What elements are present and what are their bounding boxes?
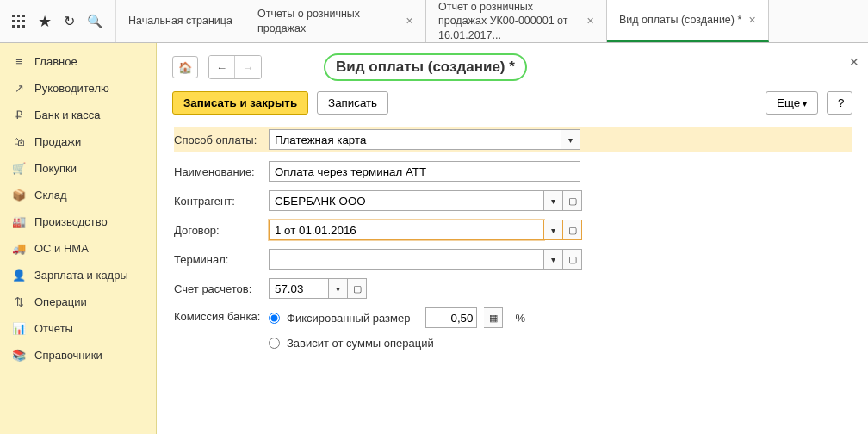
tab-label: Отчеты о розничных продажах (257, 7, 399, 35)
form: Способ оплаты: ▾ Наименование: Контраген… (172, 127, 852, 350)
label-payment-method: Способ оплаты: (174, 133, 269, 146)
open-icon[interactable]: ▢ (563, 220, 582, 240)
dropdown-icon[interactable]: ▾ (329, 278, 348, 299)
sidebar-item-main[interactable]: ≡Главное (0, 48, 156, 75)
svg-rect-0 (12, 15, 15, 17)
page-title: Вид оплаты (создание) * (324, 53, 527, 81)
commission-value-input[interactable] (425, 307, 477, 328)
calculator-icon[interactable]: ▦ (484, 307, 503, 328)
home-button[interactable]: 🏠 (172, 56, 198, 78)
svg-rect-8 (22, 25, 25, 28)
sidebar-item-production[interactable]: 🏭Производство (0, 208, 156, 235)
tab-payment-type[interactable]: Вид оплаты (создание) * ✕ (607, 0, 769, 42)
tab-report-detail[interactable]: Отчет о розничных продажах УК00-000001 о… (426, 0, 607, 42)
row-payment-method: Способ оплаты: ▾ (174, 127, 852, 152)
terminal-input[interactable] (269, 249, 544, 270)
radio-depends: Зависит от суммы операций (269, 337, 525, 350)
top-tab-bar: ★ ↻ 🔍 Начальная страница Отчеты о рознич… (0, 0, 868, 43)
open-icon[interactable]: ▢ (563, 190, 582, 211)
dropdown-icon[interactable]: ▾ (561, 129, 580, 150)
sidebar-item-assets[interactable]: 🚚ОС и НМА (0, 235, 156, 262)
label-commission: Комиссия банка: (174, 307, 269, 323)
dropdown-icon[interactable]: ▾ (544, 190, 563, 211)
sidebar-item-operations[interactable]: ⇅Операции (0, 288, 156, 315)
sidebar-item-references[interactable]: 📚Справочники (0, 342, 156, 369)
sidebar-item-label: ОС и НМА (34, 242, 89, 255)
save-and-close-button[interactable]: Записать и закрыть (172, 91, 308, 115)
sidebar-item-reports[interactable]: 📊Отчеты (0, 315, 156, 342)
sidebar-item-bank[interactable]: ₽Банк и касса (0, 102, 156, 128)
nav-toolbar: 🏠 ← → Вид оплаты (создание) * (172, 53, 852, 81)
sidebar-item-label: Отчеты (34, 322, 73, 335)
svg-rect-6 (12, 25, 15, 28)
chart-icon: ↗ (12, 82, 26, 95)
svg-rect-1 (17, 15, 20, 17)
nav-group: ← → (208, 55, 262, 79)
dropdown-icon[interactable]: ▾ (544, 220, 563, 240)
radio-depends-input[interactable] (269, 338, 280, 349)
row-terminal: Терминал: ▾ ▢ (174, 249, 852, 270)
svg-rect-4 (17, 20, 20, 22)
row-counterparty: Контрагент: ▾ ▢ (174, 190, 852, 211)
close-icon[interactable]: ✕ (586, 16, 594, 27)
sidebar-item-label: Банк и касса (34, 108, 101, 121)
account-input[interactable] (269, 278, 329, 299)
sidebar-item-purchases[interactable]: 🛒Покупки (0, 155, 156, 182)
factory-icon: 🏭 (12, 215, 26, 228)
back-button[interactable]: ← (209, 56, 235, 78)
help-button[interactable]: ? (827, 91, 852, 115)
tab-reports[interactable]: Отчеты о розничных продажах ✕ (245, 0, 426, 42)
open-icon[interactable]: ▢ (348, 278, 367, 299)
sidebar-item-warehouse[interactable]: 📦Склад (0, 182, 156, 208)
label-counterparty: Контрагент: (174, 195, 269, 208)
history-icon[interactable]: ↻ (64, 13, 75, 29)
radio-fixed-label: Фиксированный размер (287, 312, 410, 325)
open-icon[interactable]: ▢ (563, 249, 582, 270)
contract-input[interactable] (269, 220, 544, 240)
name-input[interactable] (269, 161, 580, 182)
forward-button[interactable]: → (235, 56, 261, 78)
content-area: ✕ 🏠 ← → Вид оплаты (создание) * Записать… (157, 43, 868, 434)
swap-icon: ⇅ (12, 295, 26, 308)
books-icon: 📚 (12, 349, 26, 362)
sidebar-item-label: Производство (34, 215, 108, 228)
label-terminal: Терминал: (174, 253, 269, 266)
bag-icon: 🛍 (12, 135, 26, 148)
star-icon[interactable]: ★ (38, 12, 52, 31)
sidebar-item-manager[interactable]: ↗Руководителю (0, 75, 156, 102)
row-name: Наименование: (174, 161, 852, 182)
radio-fixed-input[interactable] (269, 313, 280, 324)
counterparty-input[interactable] (269, 190, 544, 211)
svg-rect-7 (17, 25, 20, 28)
main-layout: ≡Главное ↗Руководителю ₽Банк и касса 🛍Пр… (0, 43, 868, 434)
close-icon[interactable]: ✕ (748, 15, 756, 26)
save-button[interactable]: Записать (317, 91, 388, 115)
sidebar-item-salary[interactable]: 👤Зарплата и кадры (0, 262, 156, 288)
sidebar-item-label: Операции (34, 295, 87, 308)
action-toolbar: Записать и закрыть Записать Еще ? (172, 91, 852, 115)
svg-rect-5 (22, 20, 25, 22)
close-icon[interactable]: ✕ (406, 16, 413, 27)
cart-icon: 🛒 (12, 162, 26, 175)
more-button[interactable]: Еще (766, 91, 818, 115)
topbar-icon-group: ★ ↻ 🔍 (0, 0, 116, 42)
sidebar-item-label: Главное (34, 55, 78, 68)
svg-rect-3 (12, 20, 15, 22)
menu-icon: ≡ (12, 55, 26, 68)
payment-method-input[interactable] (269, 129, 561, 150)
apps-icon[interactable] (12, 15, 26, 28)
sidebar-item-sales[interactable]: 🛍Продажи (0, 128, 156, 155)
row-commission: Комиссия банка: Фиксированный размер ▦ %… (174, 307, 852, 350)
tab-label: Отчет о розничных продажах УК00-000001 о… (438, 0, 580, 42)
search-icon[interactable]: 🔍 (87, 14, 103, 29)
close-icon[interactable]: ✕ (849, 55, 859, 69)
sidebar-item-label: Склад (34, 189, 67, 202)
tab-label: Начальная страница (128, 14, 232, 28)
sidebar: ≡Главное ↗Руководителю ₽Банк и касса 🛍Пр… (0, 43, 157, 434)
tab-home[interactable]: Начальная страница (116, 0, 245, 42)
dropdown-icon[interactable]: ▾ (544, 249, 563, 270)
sidebar-item-label: Продажи (34, 135, 81, 148)
sidebar-item-label: Зарплата и кадры (34, 269, 128, 282)
label-name: Наименование: (174, 165, 269, 178)
row-contract: Договор: ▾ ▢ (174, 220, 852, 240)
